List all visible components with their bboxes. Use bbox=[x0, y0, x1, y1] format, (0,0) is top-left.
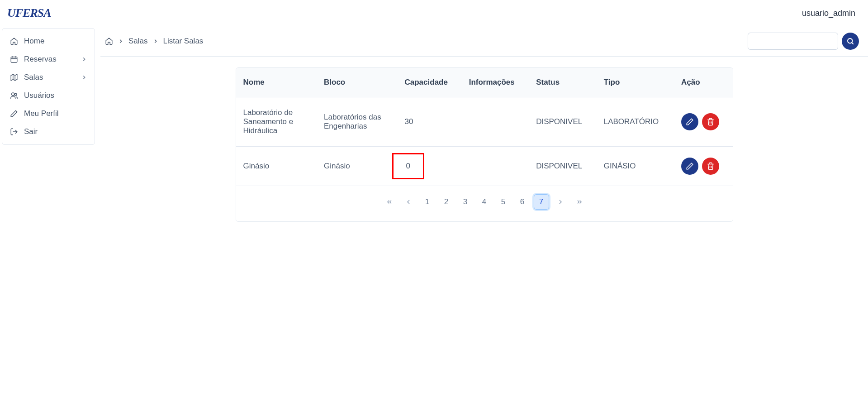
edit-button[interactable] bbox=[681, 158, 698, 175]
last-page-button[interactable] bbox=[572, 194, 587, 210]
pencil-icon bbox=[686, 162, 694, 170]
pencil-icon bbox=[686, 118, 694, 126]
table-cell: DISPONIVEL bbox=[529, 147, 597, 186]
prev-page-button-icon bbox=[405, 198, 412, 206]
breadcrumb: Salas Listar Salas bbox=[105, 37, 203, 46]
users-icon bbox=[9, 91, 19, 100]
chevron-right-icon bbox=[152, 38, 159, 44]
svg-marker-4 bbox=[11, 74, 17, 81]
svg-point-10 bbox=[848, 38, 853, 43]
table-cell bbox=[462, 147, 529, 186]
table-cell: Laboratórios das Engenharias bbox=[317, 97, 398, 147]
search-input[interactable] bbox=[748, 33, 838, 50]
page-button-3[interactable]: 3 bbox=[458, 194, 473, 210]
chevron-right-icon bbox=[118, 38, 124, 44]
svg-rect-0 bbox=[11, 57, 17, 62]
next-page-button-icon bbox=[557, 198, 564, 206]
breadcrumb-current: Listar Salas bbox=[163, 37, 204, 46]
logo: UFERSA bbox=[7, 6, 51, 20]
sidebar-item-label: Usuários bbox=[24, 91, 87, 100]
map-icon bbox=[9, 73, 19, 81]
first-page-button-icon bbox=[386, 198, 393, 206]
page-button-6[interactable]: 6 bbox=[515, 194, 530, 210]
svg-point-8 bbox=[15, 94, 17, 96]
table-panel: NomeBlocoCapacidadeInformaçõesStatusTipo… bbox=[236, 67, 733, 222]
table-cell bbox=[462, 97, 529, 147]
page-button-4[interactable]: 4 bbox=[477, 194, 492, 210]
edit-button[interactable] bbox=[681, 113, 698, 130]
delete-button[interactable] bbox=[702, 113, 719, 130]
prev-page-button[interactable] bbox=[401, 194, 416, 210]
table-cell: Laboratório de Saneamento e Hidráulica bbox=[236, 97, 317, 147]
table-cell: Ginásio bbox=[236, 147, 317, 186]
sidebar-item-usuários[interactable]: Usuários bbox=[2, 86, 95, 105]
table-cell: DISPONIVEL bbox=[529, 97, 597, 147]
chevron-right-icon bbox=[81, 56, 87, 62]
sidebar-item-home[interactable]: Home bbox=[2, 32, 95, 50]
table-cell: GINÁSIO bbox=[597, 147, 674, 186]
trash-icon bbox=[707, 162, 715, 170]
sidebar-item-label: Sair bbox=[24, 127, 87, 136]
sidebar-item-reservas[interactable]: Reservas bbox=[2, 50, 95, 68]
sidebar-item-label: Meu Perfil bbox=[24, 109, 87, 118]
pagination: 1234567 bbox=[236, 186, 733, 221]
breadcrumb-item[interactable]: Salas bbox=[128, 37, 148, 46]
chevron-right-icon bbox=[81, 74, 87, 81]
svg-point-7 bbox=[12, 93, 14, 96]
column-header: Status bbox=[529, 68, 597, 97]
sidebar-item-salas[interactable]: Salas bbox=[2, 68, 95, 86]
last-page-button-icon bbox=[576, 198, 583, 206]
pencil-icon bbox=[9, 110, 19, 118]
calendar-icon bbox=[9, 55, 19, 63]
page-button-1[interactable]: 1 bbox=[420, 194, 435, 210]
page-button-5[interactable]: 5 bbox=[496, 194, 511, 210]
actions-cell bbox=[674, 147, 732, 186]
actions-cell bbox=[674, 97, 732, 147]
username-label[interactable]: usuario_admin bbox=[802, 9, 855, 18]
column-header: Capacidade bbox=[398, 68, 462, 97]
logout-icon bbox=[9, 128, 19, 136]
svg-line-11 bbox=[852, 43, 853, 44]
table-cell: 30 bbox=[398, 97, 462, 147]
home-icon bbox=[9, 37, 19, 45]
column-header: Tipo bbox=[597, 68, 674, 97]
table-cell: LABORATÓRIO bbox=[597, 97, 674, 147]
highlighted-value: 0 bbox=[392, 153, 424, 179]
table-row: GinásioGinásio0DISPONIVELGINÁSIO bbox=[236, 147, 733, 186]
table-cell: Ginásio bbox=[317, 147, 398, 186]
sidebar-item-sair[interactable]: Sair bbox=[2, 123, 95, 141]
search-icon bbox=[846, 37, 854, 45]
table-row: Laboratório de Saneamento e HidráulicaLa… bbox=[236, 97, 733, 147]
sidebar-item-meu-perfil[interactable]: Meu Perfil bbox=[2, 105, 95, 123]
next-page-button[interactable] bbox=[553, 194, 568, 210]
column-header: Ação bbox=[674, 68, 732, 97]
delete-button[interactable] bbox=[702, 158, 719, 175]
first-page-button[interactable] bbox=[382, 194, 397, 210]
trash-icon bbox=[707, 118, 715, 126]
sidebar-item-label: Reservas bbox=[24, 55, 76, 64]
column-header: Bloco bbox=[317, 68, 398, 97]
sidebar-item-label: Salas bbox=[24, 73, 76, 82]
page-button-2[interactable]: 2 bbox=[439, 194, 454, 210]
page-button-7[interactable]: 7 bbox=[534, 194, 549, 210]
home-icon[interactable] bbox=[105, 37, 113, 45]
column-header: Nome bbox=[236, 68, 317, 97]
search-button[interactable] bbox=[842, 33, 859, 50]
sidebar-item-label: Home bbox=[24, 37, 87, 46]
table-cell: 0 bbox=[398, 147, 462, 186]
column-header: Informações bbox=[462, 68, 529, 97]
sidebar: HomeReservasSalasUsuáriosMeu PerfilSair bbox=[2, 28, 95, 145]
